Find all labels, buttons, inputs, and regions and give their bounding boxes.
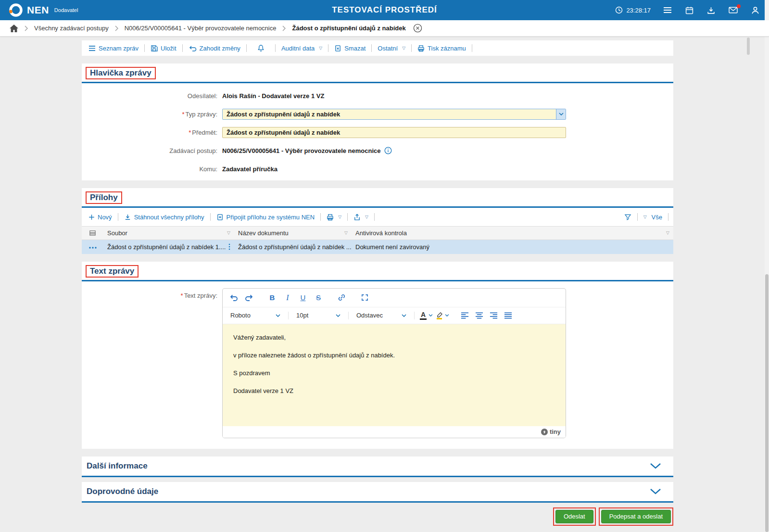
print-attachments-button[interactable]: ▽ (325, 214, 343, 221)
plus-icon (88, 214, 95, 220)
section-dalsi-informace[interactable]: Další informace (82, 456, 673, 477)
chevron-down-icon (429, 314, 433, 317)
discard-changes-icon (189, 45, 197, 51)
tinymce-logo[interactable]: tiny (541, 428, 561, 435)
home-icon (10, 25, 18, 32)
notifications-button[interactable] (251, 44, 271, 52)
font-family-select[interactable]: Roboto (227, 309, 284, 322)
sign-and-send-button[interactable]: Podepsat a odeslat (601, 510, 671, 523)
other-actions-button[interactable]: Ostatní ▽ (376, 45, 407, 52)
delete-icon (334, 45, 341, 52)
calendar-icon (685, 6, 693, 14)
align-justify-button[interactable] (501, 309, 515, 322)
page-scrollbar[interactable] (765, 0, 769, 532)
section-doprovodne-udaje[interactable]: Doprovodné údaje (82, 482, 673, 503)
breadcrumb: Všechny zadávací postupy N006/25/V000056… (0, 20, 769, 37)
column-header-nazev[interactable]: Název dokumentu▽ (234, 227, 352, 240)
typ-zpravy-dropdown-button[interactable] (556, 109, 566, 119)
messages-button[interactable] (728, 6, 739, 14)
column-header-antivir[interactable]: Antivirová kontrola▽ (352, 227, 673, 240)
chevron-right-icon (282, 25, 286, 31)
text-color-button[interactable]: A (418, 309, 434, 322)
font-size-select[interactable]: 10pt (292, 309, 344, 322)
message-list-button[interactable]: Seznam zpráv (87, 45, 140, 52)
attach-from-nen-button[interactable]: Připojit přílohu ze systému NEN (214, 214, 317, 221)
discard-changes-button[interactable]: Zahodit změny (187, 45, 242, 52)
block-format-select[interactable]: Odstavec (353, 309, 410, 322)
table-settings-icon (89, 229, 96, 237)
caret-down-icon: ▽ (365, 215, 368, 219)
filter-icon (624, 214, 631, 221)
home-button[interactable] (10, 25, 18, 32)
align-right-icon (490, 312, 498, 319)
attachment-file-name[interactable]: Žádost o zpřístupnění údajů z nabídek 1.… (107, 243, 228, 251)
typ-zpravy-select[interactable]: Žádost o zpřístupnění údajů z nabídek (222, 109, 566, 120)
caret-down-icon: ▽ (402, 46, 405, 51)
align-center-button[interactable] (472, 309, 486, 322)
breadcrumb-item-postupy[interactable]: Všechny zadávací postupy (34, 25, 109, 32)
row-menu-button[interactable] (88, 246, 97, 249)
fullscreen-button[interactable] (357, 291, 372, 304)
audit-data-button[interactable]: Auditní data ▽ (279, 45, 324, 52)
filter-all-button[interactable]: ▽ Vše (642, 214, 664, 221)
send-button[interactable]: Odeslat (555, 510, 593, 523)
caret-down-icon: ▽ (338, 215, 341, 219)
redo-button[interactable] (242, 291, 256, 304)
predmet-input[interactable] (222, 127, 566, 138)
filter-caret-icon[interactable]: ▽ (227, 231, 230, 235)
print-record-button[interactable]: Tisk záznamu (416, 45, 468, 52)
undo-button[interactable] (227, 291, 241, 304)
profile-button[interactable] (750, 5, 760, 15)
download-all-attachments-button[interactable]: Stáhnout všechny přílohy (122, 214, 206, 221)
delete-button[interactable]: Smazat (332, 45, 367, 52)
chevron-down-icon[interactable] (650, 489, 661, 494)
scrollbar-thumb[interactable] (765, 274, 769, 532)
section-title-text-zpravy: Text zprávy (90, 266, 134, 276)
highlight-color-button[interactable] (434, 309, 451, 322)
drag-handle-icon[interactable] (228, 243, 230, 250)
filter-button[interactable] (622, 214, 633, 221)
attachment-antivirus-status: Dokument není zavirovaný (352, 240, 673, 254)
editor-status-bar: tiny (223, 426, 566, 438)
bold-button[interactable]: B (265, 291, 279, 304)
chevron-down-icon (559, 113, 564, 115)
chevron-right-icon (25, 25, 28, 31)
nen-logo[interactable]: NEN Dodavatel (9, 3, 78, 17)
column-header-soubor[interactable]: Soubor▽ (103, 227, 234, 240)
chevron-down-icon[interactable] (650, 463, 661, 469)
italic-button[interactable]: I (280, 291, 295, 304)
typ-zpravy-value: Žádost o zpřístupnění údajů z nabídek (223, 111, 556, 118)
required-marker: * (181, 292, 183, 299)
message-body-input[interactable]: Vážený zadavateli, v příloze naleznete ž… (223, 324, 566, 426)
filter-caret-icon[interactable]: ▽ (666, 231, 669, 235)
info-button[interactable] (384, 147, 392, 154)
menu-button[interactable] (662, 6, 673, 14)
downloads-button[interactable] (706, 5, 716, 15)
link-button[interactable] (334, 291, 349, 304)
strikethrough-button[interactable]: S (311, 291, 326, 304)
underline-button[interactable]: U (296, 291, 310, 304)
brand-subtitle: Dodavatel (54, 7, 78, 13)
annotation-box: Hlavička zprávy (86, 67, 156, 79)
attachment-row[interactable]: Žádost o zpřístupnění údajů z nabídek 1.… (82, 240, 673, 254)
column-settings-header[interactable] (82, 227, 103, 240)
environment-title: TESTOVACÍ PROSTŘEDÍ (332, 5, 437, 15)
close-tab-button[interactable] (413, 24, 422, 33)
session-timer: 23:28:17 (615, 6, 651, 14)
odesilatel-label: Odesílatel: (82, 92, 222, 100)
export-attachments-button[interactable]: ▽ (352, 214, 370, 221)
inner-scrollbar[interactable] (747, 38, 750, 55)
calendar-button[interactable] (684, 5, 694, 15)
download-all-label: Stáhnout všechny přílohy (134, 214, 204, 221)
attachments-toolbar: Nový Stáhnout všechny přílohy Připojit p… (82, 208, 673, 226)
new-attachment-button[interactable]: Nový (87, 214, 114, 221)
save-icon (151, 45, 158, 52)
breadcrumb-item-zakazka[interactable]: N006/25/V00005641 - Výběr provozovatele … (125, 25, 277, 32)
print-icon (327, 214, 334, 221)
align-left-button[interactable] (457, 309, 472, 322)
save-button[interactable]: Uložit (149, 45, 178, 52)
annotation-box: Přílohy (86, 191, 122, 204)
align-right-button[interactable] (486, 309, 501, 322)
export-icon (353, 214, 361, 221)
filter-caret-icon[interactable]: ▽ (344, 231, 348, 235)
